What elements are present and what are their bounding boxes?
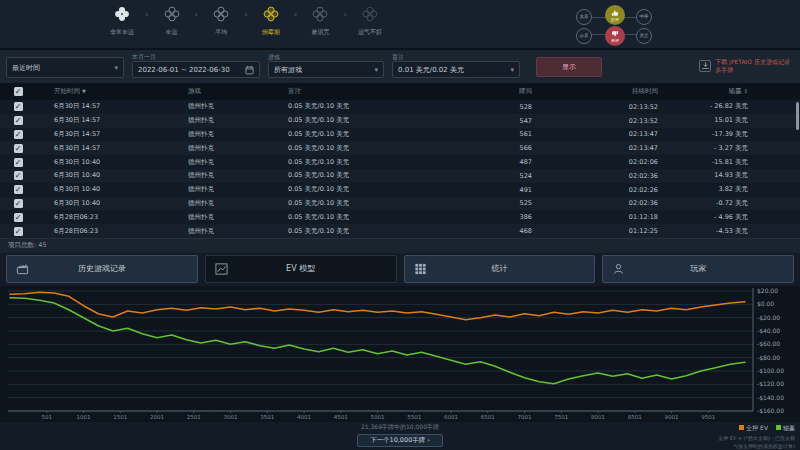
- thumbs-up-badge[interactable]: 好评: [605, 5, 625, 25]
- clover-icon: [263, 6, 279, 26]
- table-row[interactable]: ✓6月30日 14:57德州扑克0.05 美元/0.10 美元56602:13:…: [0, 141, 800, 155]
- row-checkbox[interactable]: ✓: [14, 199, 23, 208]
- cell-blind: 0.05 美元/0.10 美元: [284, 227, 474, 236]
- row-checkbox[interactable]: ✓: [14, 227, 23, 236]
- table-row[interactable]: ✓6月30日 14:57德州扑克0.05 美元/0.10 美元52802:13:…: [0, 100, 800, 114]
- column-header-duration[interactable]: 持续时间: [536, 87, 662, 96]
- table-row[interactable]: ✓6月30日 14:57德州扑克0.05 美元/0.10 美元54702:13:…: [0, 114, 800, 128]
- column-header-start-time[interactable]: 开始时间▼: [36, 87, 184, 96]
- next-hands-button[interactable]: 下一个10,000手牌 ›: [357, 434, 443, 447]
- clover-icon: [114, 6, 130, 26]
- column-header-win[interactable]: 输赢↕: [662, 87, 800, 96]
- x-axis-label: 7501: [554, 414, 568, 420]
- time-range-select[interactable]: 最近时间 ▾: [6, 57, 124, 78]
- table-row[interactable]: ✓6月30日 10:40德州扑克0.05 美元/0.10 美元52402:02:…: [0, 169, 800, 183]
- tab-2[interactable]: 统计: [404, 255, 596, 283]
- column-header-game[interactable]: 游戏: [184, 87, 284, 96]
- luck-scale: 非常幸运›幸运›平均›倒霉期›被诅咒›运气不好: [104, 6, 388, 37]
- cell-win: -15.81 美元: [662, 158, 800, 167]
- arrow-separator-icon: ›: [343, 6, 347, 22]
- row-checkbox[interactable]: ✓: [14, 185, 23, 194]
- cell-duration: 02:02:36: [536, 172, 662, 180]
- table-row[interactable]: ✓6月30日 10:40德州扑克0.05 美元/0.10 美元52502:02:…: [0, 197, 800, 211]
- y-axis-label: -$40.00: [757, 327, 780, 334]
- x-axis-label: 4501: [334, 414, 348, 420]
- download-icon: [699, 60, 711, 72]
- cell-game: 德州扑克: [184, 102, 284, 111]
- clover-icon: [362, 6, 378, 26]
- blind-filter-value: 0.01 美元/0.02 美元: [398, 65, 464, 75]
- select-all-checkbox[interactable]: ✓: [14, 87, 23, 96]
- legend-swatch: [776, 425, 781, 430]
- table-scrollbar[interactable]: [796, 102, 799, 130]
- rating-badge-bottom-right[interactable]: 关注: [636, 28, 652, 44]
- cell-start-time: 6月30日 14:57: [36, 116, 184, 125]
- luck-level-label: 被诅咒: [311, 28, 329, 37]
- blind-select[interactable]: 0.01 美元/0.02 美元 ▾: [392, 61, 520, 78]
- cell-hands: 561: [474, 130, 536, 138]
- y-axis-label: -$140.00: [757, 394, 784, 401]
- show-button[interactable]: 显示: [536, 57, 602, 77]
- tab-bar: 历史游戏记录EV 模型统计玩家: [0, 253, 800, 286]
- cell-win: 14.93 美元: [662, 171, 800, 180]
- luck-level-3[interactable]: 倒霉期: [253, 6, 289, 37]
- badge-label: 好评: [611, 18, 619, 22]
- fine-print-line1: 全押 EV = (*胜出全额) - 已投全额: [718, 435, 795, 442]
- rating-badge-top-right[interactable]: 中评: [636, 9, 652, 25]
- luck-level-0[interactable]: 非常幸运: [104, 6, 140, 37]
- cell-blind: 0.05 美元/0.10 美元: [284, 144, 474, 153]
- luck-level-4[interactable]: 被诅咒: [302, 6, 338, 37]
- luck-level-1[interactable]: 幸运: [154, 6, 190, 37]
- cell-start-time: 6月30日 14:57: [36, 102, 184, 111]
- luck-level-5[interactable]: 运气不好: [352, 6, 388, 37]
- badge-label: 中评: [640, 15, 649, 20]
- row-checkbox[interactable]: ✓: [14, 116, 23, 125]
- table-row[interactable]: ✓6月30日 14:57德州扑克0.05 美元/0.10 美元56102:13:…: [0, 128, 800, 142]
- cell-duration: 02:13:47: [536, 144, 662, 152]
- cell-blind: 0.05 美元/0.10 美元: [284, 116, 474, 125]
- row-checkbox[interactable]: ✓: [14, 102, 23, 111]
- chevron-down-icon: ▾: [114, 64, 118, 72]
- rating-badge-top-left[interactable]: 大喜: [576, 9, 592, 25]
- chart-legend: 全押 EV输赢: [718, 424, 795, 433]
- row-checkbox[interactable]: ✓: [14, 144, 23, 153]
- tab-3[interactable]: 玩家: [602, 255, 794, 283]
- row-checkbox[interactable]: ✓: [14, 213, 23, 222]
- luck-level-label: 倒霉期: [262, 28, 280, 37]
- column-header-blind[interactable]: 盲注: [284, 87, 474, 96]
- legend-label: 全押 EV: [746, 424, 768, 431]
- game-select[interactable]: 所有游戏 ▾: [268, 61, 384, 78]
- column-header-hands[interactable]: 牌局: [474, 87, 536, 96]
- thumbs-down-badge[interactable]: 差评: [605, 26, 625, 46]
- table-row[interactable]: ✓6月30日 10:40德州扑克0.05 美元/0.10 美元48702:02:…: [0, 155, 800, 169]
- row-checkbox[interactable]: ✓: [14, 130, 23, 139]
- tab-0[interactable]: 历史游戏记录: [6, 255, 198, 283]
- grid-icon: [414, 262, 427, 275]
- x-axis-label: 4001: [297, 414, 311, 420]
- rating-badge-bottom-left[interactable]: 小喜: [576, 28, 592, 44]
- row-checkbox[interactable]: ✓: [14, 171, 23, 180]
- calendar-icon: [245, 65, 254, 75]
- cell-hands: 491: [474, 186, 536, 194]
- table-row[interactable]: ✓6月28日06:23德州扑克0.05 美元/0.10 美元46801:12:2…: [0, 224, 800, 238]
- ev-chart: $20.00$0.00-$20.00-$40.00-$60.00-$80.00-…: [0, 286, 800, 422]
- cell-blind: 0.05 美元/0.10 美元: [284, 102, 474, 111]
- table-row[interactable]: ✓6月30日 10:40德州扑克0.05 美元/0.10 美元49102:02:…: [0, 183, 800, 197]
- luck-level-2[interactable]: 平均: [203, 6, 239, 37]
- cell-start-time: 6月30日 10:40: [36, 171, 184, 180]
- luck-level-label: 运气不好: [358, 28, 382, 37]
- cell-win: - 4.96 美元: [662, 213, 800, 222]
- date-range-input[interactable]: 2022-06-01 ~ 2022-06-30: [132, 61, 260, 78]
- cell-hands: 528: [474, 103, 536, 111]
- table-row[interactable]: ✓6月28日06:23德州扑克0.05 美元/0.10 美元38601:12:1…: [0, 210, 800, 224]
- chart-footer: 21,369手牌中的10,000手牌 下一个10,000手牌 › 全押 EV输赢…: [0, 422, 800, 450]
- download-button[interactable]: 下载 JPETAIO 历史游戏记录 多手牌: [695, 56, 794, 75]
- row-checkbox[interactable]: ✓: [14, 158, 23, 167]
- tab-1-active[interactable]: EV 模型: [205, 255, 397, 283]
- cell-duration: 02:13:47: [536, 130, 662, 138]
- cell-blind: 0.05 美元/0.10 美元: [284, 213, 474, 222]
- download-label: 下载 JPETAIO 历史游戏记录 多手牌: [715, 58, 790, 73]
- cell-win: - 26.82 美元: [662, 102, 800, 111]
- cell-start-time: 6月30日 10:40: [36, 199, 184, 208]
- cell-win: 15.01 美元: [662, 116, 800, 125]
